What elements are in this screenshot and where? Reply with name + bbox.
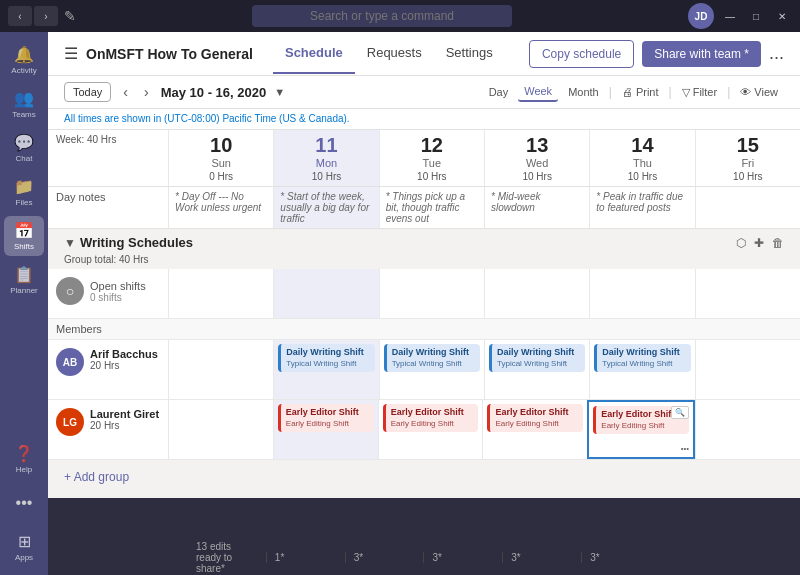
shift-block[interactable]: Early Editor Shift Early Editing Shift [278,404,374,432]
files-icon: 📁 [14,177,34,196]
day-col-fri[interactable]: 15 Fri 10 Hrs [695,130,800,186]
shift-cell-lg-tue[interactable]: Early Editor Shift Early Editing Shift [378,400,483,459]
sidebar-item-planner[interactable]: 📋 Planner [4,260,44,300]
sidebar-item-teams[interactable]: 👥 Teams [4,84,44,124]
open-shifts-details: Open shifts 0 shifts [90,280,146,303]
separator-2: | [669,85,672,99]
shift-cell-lg-thu[interactable]: Early Editor Shift Early Editing Shift 🔍… [587,400,695,459]
shift-cell-ab-wed[interactable]: Daily Writing Shift Typical Writing Shif… [484,340,589,399]
shift-block[interactable]: Daily Writing Shift Typical Writing Shif… [594,344,690,372]
back-button[interactable]: ‹ [8,6,32,26]
top-bar: ☰ OnMSFT How To General Schedule Request… [48,32,800,76]
day-col-wed[interactable]: 13 Wed 10 Hrs [484,130,589,186]
member-hrs-ab: 20 Hrs [90,360,158,371]
shift-cell-lg-fri[interactable] [695,400,800,459]
day-col-mon[interactable]: 11 Mon 10 Hrs [273,130,378,186]
sidebar-item-chat[interactable]: 💬 Chat [4,128,44,168]
hamburger-button[interactable]: ☰ [64,44,78,63]
week-view-button[interactable]: Week [518,82,558,102]
day-view-button[interactable]: Day [483,83,515,101]
title-bar-left: ‹ › ✎ [8,6,76,26]
shifts-icon: 📅 [14,221,34,240]
day-col-thu[interactable]: 14 Thu 10 Hrs [589,130,694,186]
view-button[interactable]: 👁 View [734,83,784,101]
writing-schedules-title: Writing Schedules [80,235,193,250]
shift-cell-lg-sun[interactable] [168,400,273,459]
bottom-cell-0: 13 edits ready to share* [188,541,266,574]
day-notes-row: Day notes * Day Off --- No Work unless u… [48,187,800,229]
minimize-button[interactable]: — [720,6,740,26]
member-details-lg: Laurent Giret 20 Hrs [90,408,159,431]
member-info-ab: AB Arif Bacchus 20 Hrs [48,340,168,399]
open-cell-mon[interactable] [273,269,378,318]
sidebar-label-planner: Planner [10,286,38,295]
shift-cell-ab-tue[interactable]: Daily Writing Shift Typical Writing Shif… [379,340,484,399]
search-input[interactable] [252,5,512,27]
shift-block[interactable]: Daily Writing Shift Typical Writing Shif… [384,344,480,372]
forward-button[interactable]: › [34,6,58,26]
shift-block[interactable]: Early Editor Shift Early Editing Shift [383,404,479,432]
shift-cell-lg-mon[interactable]: Early Editor Shift Early Editing Shift [273,400,378,459]
shift-block[interactable]: Daily Writing Shift Typical Writing Shif… [489,344,585,372]
shift-cell-ab-mon[interactable]: Daily Writing Shift Typical Writing Shif… [273,340,378,399]
sidebar-item-apps[interactable]: ⊞ Apps [4,527,44,567]
shift-options-button[interactable]: ••• [681,444,689,453]
open-cell-thu[interactable] [589,269,694,318]
open-cell-tue[interactable] [379,269,484,318]
copy-schedule-button[interactable]: Copy schedule [529,40,634,68]
shift-sub: Early Editing Shift [286,419,369,429]
view-options: Day Week Month | 🖨 Print | ▽ Filter | 👁 … [483,82,784,102]
add-group-row: + Add group [48,460,800,494]
apps-icon: ⊞ [18,532,31,551]
filter-button[interactable]: ▽ Filter [676,83,724,102]
today-button[interactable]: Today [64,82,111,102]
open-cell-fri[interactable] [695,269,800,318]
tab-settings[interactable]: Settings [434,33,505,74]
sidebar-item-shifts[interactable]: 📅 Shifts [4,216,44,256]
day-col-tue[interactable]: 12 Tue 10 Hrs [379,130,484,186]
shift-cell-ab-thu[interactable]: Daily Writing Shift Typical Writing Shif… [589,340,694,399]
top-bar-actions: Copy schedule Share with team * ... [529,40,784,68]
group-delete-button[interactable]: 🗑 [772,236,784,250]
sidebar-item-activity[interactable]: 🔔 Activity [4,40,44,80]
sidebar-item-more[interactable]: ••• [4,483,44,523]
open-cell-wed[interactable] [484,269,589,318]
close-button[interactable]: ✕ [772,6,792,26]
sidebar-item-help[interactable]: ❓ Help [4,439,44,479]
share-with-team-button[interactable]: Share with team * [642,41,761,67]
chat-icon: 💬 [14,133,34,152]
prev-week-button[interactable]: ‹ [119,82,132,102]
group-add-button[interactable]: ✚ [754,236,764,250]
tab-schedule[interactable]: Schedule [273,33,355,74]
shift-title: Daily Writing Shift [497,347,580,359]
open-shifts-row: ○ Open shifts 0 shifts [48,269,800,319]
day-col-sun[interactable]: 10 Sun 0 Hrs [168,130,273,186]
expand-writing-schedules-button[interactable]: ▼ [64,236,76,250]
header-more-button[interactable]: ... [769,43,784,64]
shift-cell-ab-fri[interactable] [695,340,800,399]
shift-cell-lg-wed[interactable]: Early Editor Shift Early Editing Shift [482,400,587,459]
sidebar-bottom: ❓ Help ••• ⊞ Apps [4,439,44,567]
day-num-sun: 10 [173,134,269,157]
add-group-button[interactable]: + Add group [64,470,129,484]
shift-more-button[interactable]: 🔍 [671,406,689,419]
print-button[interactable]: 🖨 Print [616,83,665,101]
shift-block[interactable]: Early Editor Shift Early Editing Shift [487,404,583,432]
shift-cell-ab-sun[interactable] [168,340,273,399]
month-view-button[interactable]: Month [562,83,605,101]
next-week-button[interactable]: › [140,82,153,102]
sidebar-label-apps: Apps [15,553,33,562]
open-cell-sun[interactable] [168,269,273,318]
tab-requests[interactable]: Requests [355,33,434,74]
member-details-ab: Arif Bacchus 20 Hrs [90,348,158,371]
day-num-fri: 15 [700,134,796,157]
group-share-button[interactable]: ⬡ [736,236,746,250]
maximize-button[interactable]: □ [746,6,766,26]
help-icon: ❓ [14,444,34,463]
bottom-cell-3: 3* [423,552,502,563]
teams-icon: 👥 [14,89,34,108]
day-note-thu: * Peak in traffic due to featured posts [589,187,694,228]
sidebar-item-files[interactable]: 📁 Files [4,172,44,212]
shift-sub: Early Editing Shift [601,421,684,431]
shift-block[interactable]: Daily Writing Shift Typical Writing Shif… [278,344,374,372]
